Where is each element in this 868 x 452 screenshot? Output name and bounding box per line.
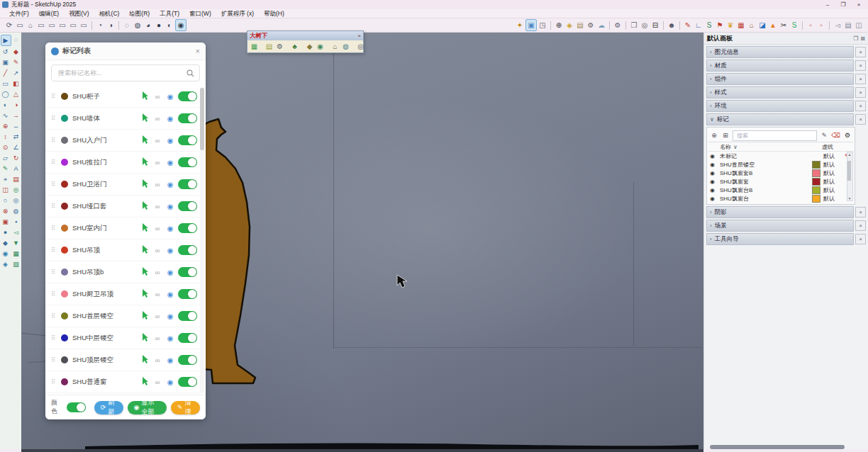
followme-tool-icon[interactable]: ⊙ bbox=[1, 142, 11, 152]
rotated-rect-tool-icon[interactable]: ◧ bbox=[11, 79, 21, 89]
share-icon[interactable]: ✦ bbox=[515, 20, 525, 30]
xray-style-icon[interactable]: ◔ bbox=[95, 20, 105, 30]
tag-table-row[interactable]: ◉ SHU飘窗套 默认 bbox=[708, 177, 853, 186]
maximize-button[interactable]: ❐ bbox=[835, 1, 851, 9]
menu-item[interactable]: 扩展程序 (x) bbox=[216, 9, 259, 18]
eye-icon[interactable]: ◉ bbox=[164, 378, 177, 386]
tag-color-swatch[interactable] bbox=[812, 195, 820, 203]
select-cursor-icon[interactable] bbox=[140, 222, 151, 235]
back-edges-style-icon[interactable]: ◑ bbox=[106, 20, 116, 30]
tag-list-row[interactable]: ⠿ SHU吊顶 ∞ ◉ bbox=[45, 239, 200, 261]
tag-dashes-value[interactable]: 默认 bbox=[823, 186, 845, 194]
menu-item[interactable]: 绘图(R) bbox=[124, 9, 155, 18]
tag-color-dot[interactable] bbox=[61, 225, 68, 232]
tag-list-row[interactable]: ⠿ SHU中层镂空 ∞ ◉ bbox=[45, 327, 200, 349]
ruler-tool-icon[interactable]: ∟ bbox=[694, 20, 703, 30]
menu-item[interactable]: 相机(C) bbox=[94, 9, 125, 18]
tag-table-row[interactable]: ◉ SHU飘窗台B 默认 bbox=[708, 186, 853, 194]
tag-panel-header[interactable]: 标记列表 × bbox=[45, 43, 206, 60]
menu-item[interactable]: 视图(V) bbox=[64, 9, 94, 18]
tag-color-swatch[interactable] bbox=[812, 186, 820, 194]
extension-tool-icon[interactable]: ◈ bbox=[1, 259, 11, 269]
extension-tool-icon[interactable]: ▦ bbox=[11, 249, 21, 259]
tag-list-row[interactable]: ⠿ SHU首层镂空 ∞ ◉ bbox=[45, 305, 200, 327]
section-close-button[interactable]: × bbox=[855, 207, 866, 217]
visibility-toggle[interactable] bbox=[178, 267, 197, 277]
dashes-column-header[interactable]: 虚线 bbox=[822, 143, 852, 151]
tags-table-header[interactable]: 名称∨ 虚线 bbox=[708, 142, 853, 152]
tag-list-row[interactable]: ⠿ SHU推拉门 ∞ ◉ bbox=[45, 152, 200, 174]
tag-table-row[interactable]: ◉ SHU飘窗台 默认 bbox=[708, 194, 853, 203]
grid-tool-icon[interactable]: ▦ bbox=[736, 20, 746, 30]
scene-icon[interactable]: ▭ bbox=[15, 20, 25, 30]
unlink-icon[interactable]: ∞ bbox=[151, 115, 164, 123]
camera-icon[interactable]: ◎ bbox=[355, 41, 366, 52]
eye-icon[interactable]: ◉ bbox=[164, 203, 177, 210]
shaded-style-icon[interactable]: ◕ bbox=[143, 20, 153, 30]
tape-tool-icon[interactable]: ↻ bbox=[11, 153, 21, 163]
scene-icon[interactable]: ▭ bbox=[47, 20, 57, 30]
tray-overflow-icon[interactable]: ⊠ bbox=[860, 35, 865, 42]
section-header-图元信息[interactable]: › 图元信息 bbox=[706, 46, 854, 58]
flag-tool-icon[interactable]: ⚑ bbox=[715, 20, 725, 30]
zoom-window-tool-icon[interactable]: ◎ bbox=[11, 196, 21, 205]
tag-list-row[interactable]: ⠿ SHU普通窗 ∞ ◉ bbox=[45, 371, 200, 393]
visibility-toggle[interactable] bbox=[178, 223, 197, 233]
tags-search-box[interactable] bbox=[733, 130, 817, 141]
section-header-场景[interactable]: › 场景 bbox=[706, 220, 854, 232]
section-tool-icon[interactable]: ⌖ bbox=[1, 174, 11, 184]
tree-toolbar-titlebar[interactable]: 大树下 × bbox=[247, 31, 363, 40]
tag-dashes-value[interactable]: 默认 bbox=[823, 161, 845, 169]
close-button[interactable]: × bbox=[851, 1, 867, 9]
extension-tool-icon[interactable]: ▧ bbox=[11, 259, 21, 269]
wireframe-style-icon[interactable]: ◌ bbox=[122, 20, 132, 30]
unlink-icon[interactable]: ∞ bbox=[151, 159, 164, 166]
eye-icon[interactable]: ◉ bbox=[164, 137, 177, 145]
scene-icon[interactable]: ▭ bbox=[57, 20, 67, 30]
select-cursor-icon[interactable] bbox=[140, 310, 151, 322]
lasso-tool-icon[interactable]: ◌ bbox=[11, 35, 21, 46]
shield-icon[interactable]: ◈ bbox=[564, 20, 574, 30]
tag-search-box[interactable] bbox=[51, 64, 200, 81]
pie-tool-icon[interactable]: ◐ bbox=[1, 100, 11, 110]
drag-handle-icon[interactable]: ⠿ bbox=[51, 93, 60, 100]
select-cursor-icon[interactable] bbox=[140, 244, 151, 256]
show-all-button[interactable]: ◉显示全部 bbox=[128, 401, 167, 414]
tag-list-row[interactable]: ⠿ SHU入户门 ∞ ◉ bbox=[45, 130, 200, 152]
unlink-icon[interactable]: ∞ bbox=[151, 269, 164, 276]
drag-handle-icon[interactable]: ⠿ bbox=[51, 181, 60, 188]
drag-handle-icon[interactable]: ⠿ bbox=[51, 137, 60, 144]
tray-dock-icon[interactable]: ❐ bbox=[853, 35, 858, 42]
extension-tool-icon[interactable]: ◆ bbox=[1, 238, 11, 248]
zoom-extents-tool-icon[interactable]: ⊗ bbox=[1, 206, 11, 216]
tag-panel-close-icon[interactable]: × bbox=[196, 47, 200, 55]
tag-list-row[interactable]: ⠿ SHU厨卫吊顶 ∞ ◉ bbox=[45, 283, 200, 305]
tag-list-row[interactable]: ⠿ SHU室内门 ∞ ◉ bbox=[45, 217, 200, 239]
hidden-line-style-icon[interactable]: ◍ bbox=[133, 20, 143, 30]
select-cursor-icon[interactable] bbox=[140, 134, 151, 147]
tag-list-row[interactable]: ⠿ SHU柜子 ∞ ◉ bbox=[45, 86, 200, 108]
tag-dashes-value[interactable]: 默认 bbox=[823, 178, 845, 186]
text-tool-icon[interactable]: A bbox=[11, 164, 21, 174]
walk-tool-icon[interactable]: ▪ bbox=[11, 217, 21, 227]
unlink-icon[interactable]: ∞ bbox=[151, 378, 164, 386]
select-tool-icon[interactable]: ▶ bbox=[1, 35, 11, 46]
nodes-icon[interactable]: ◳ bbox=[538, 20, 547, 30]
select-cursor-icon[interactable] bbox=[140, 200, 151, 213]
visibility-toggle[interactable] bbox=[178, 355, 197, 365]
section-close-button[interactable]: × bbox=[855, 87, 866, 98]
unlink-icon[interactable]: ∞ bbox=[151, 225, 164, 232]
tag-color-dot[interactable] bbox=[61, 203, 68, 210]
tag-color-dot[interactable] bbox=[61, 115, 68, 122]
section-header-样式[interactable]: › 样式 bbox=[706, 86, 854, 98]
drag-handle-icon[interactable]: ⠿ bbox=[51, 203, 60, 210]
eye-icon[interactable]: ◉ bbox=[710, 153, 720, 159]
pan-tool-icon[interactable]: ◍ bbox=[11, 206, 21, 216]
offset-tool-icon[interactable]: → bbox=[11, 111, 21, 120]
select-cursor-icon[interactable] bbox=[140, 90, 151, 103]
rotate-tool-icon[interactable]: ↕ bbox=[1, 132, 11, 142]
tag-table-row[interactable]: ◉ SHU首层镂空 默认 bbox=[708, 160, 853, 169]
select-cursor-icon[interactable] bbox=[140, 156, 151, 169]
unlink-icon[interactable]: ∞ bbox=[151, 181, 164, 188]
extension-tool-icon[interactable]: ▼ bbox=[11, 238, 21, 248]
